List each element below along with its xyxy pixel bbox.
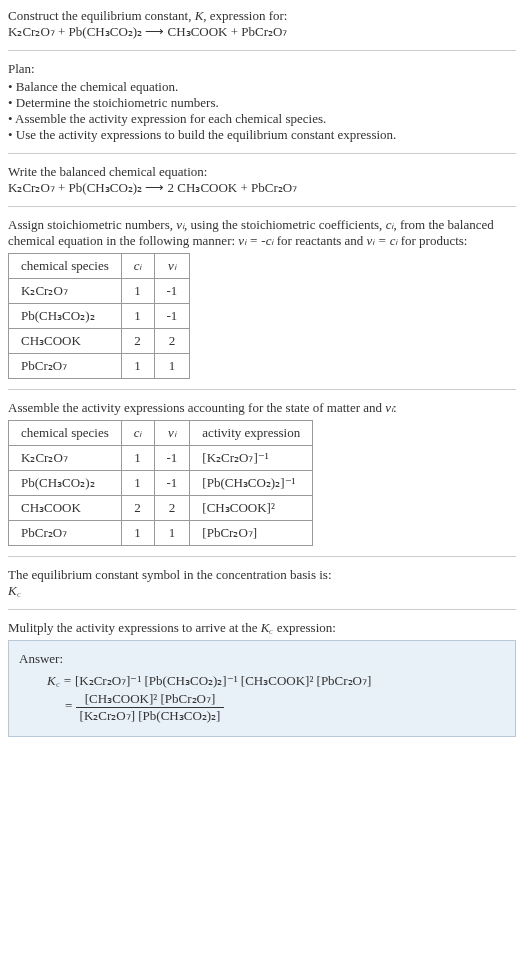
divider [8, 609, 516, 610]
divider [8, 206, 516, 207]
plan-item: Assemble the activity expression for eac… [8, 111, 516, 127]
kc-fraction: [CH₃COOK]² [PbCr₂O₇] [K₂Cr₂O₇] [Pb(CH₃CO… [76, 691, 225, 724]
stoich-section: Assign stoichiometric numbers, νᵢ, using… [8, 217, 516, 379]
balanced-reaction: K₂Cr₂O₇ + Pb(CH₃CO₂)₂ ⟶ 2 CH₃COOK + PbCr… [8, 180, 297, 195]
stoich-table: chemical species cᵢ νᵢ K₂Cr₂O₇ 1 -1 Pb(C… [8, 253, 190, 379]
plan-item: Determine the stoichiometric numbers. [8, 95, 516, 111]
activity-table: chemical species cᵢ νᵢ activity expressi… [8, 420, 313, 546]
final-section: Mulitply the activity expressions to arr… [8, 620, 516, 737]
divider [8, 389, 516, 390]
kc-symbol-intro: The equilibrium constant symbol in the c… [8, 567, 516, 583]
table-row: K₂Cr₂O₇ 1 -1 [K₂Cr₂O₇]⁻¹ [9, 446, 313, 471]
kc-symbol: K꜀ [8, 583, 21, 598]
fraction-denominator: [K₂Cr₂O₇] [Pb(CH₃CO₂)₂] [76, 708, 225, 724]
construct-text: Construct the equilibrium constant, [8, 8, 195, 23]
fraction-numerator: [CH₃COOK]² [PbCr₂O₇] [76, 691, 225, 708]
col-nu: νᵢ [154, 421, 190, 446]
balanced-intro: Write the balanced chemical equation: [8, 164, 516, 180]
divider [8, 50, 516, 51]
answer-label: Answer: [19, 651, 505, 667]
final-intro: Mulitply the activity expressions to arr… [8, 620, 516, 636]
col-species: chemical species [9, 254, 122, 279]
table-row: Pb(CH₃CO₂)₂ 1 -1 [Pb(CH₃CO₂)₂]⁻¹ [9, 471, 313, 496]
divider [8, 153, 516, 154]
unbalanced-reaction: K₂Cr₂O₇ + Pb(CH₃CO₂)₂ ⟶ CH₃COOK + PbCr₂O… [8, 24, 287, 39]
table-row: K₂Cr₂O₇ 1 -1 [9, 279, 190, 304]
col-nu: νᵢ [154, 254, 190, 279]
table-header-row: chemical species cᵢ νᵢ [9, 254, 190, 279]
kc-equation-line2: = [CH₃COOK]² [PbCr₂O₇] [K₂Cr₂O₇] [Pb(CH₃… [19, 691, 505, 724]
table-header-row: chemical species cᵢ νᵢ activity expressi… [9, 421, 313, 446]
col-species: chemical species [9, 421, 122, 446]
activity-intro: Assemble the activity expressions accoun… [8, 400, 516, 416]
plan-item: Balance the chemical equation. [8, 79, 516, 95]
answer-box: Answer: K꜀ = [K₂Cr₂O₇]⁻¹ [Pb(CH₃CO₂)₂]⁻¹… [8, 640, 516, 737]
col-c: cᵢ [121, 421, 154, 446]
header-section: Construct the equilibrium constant, K, e… [8, 8, 516, 40]
expression-for: , expression for: [203, 8, 287, 23]
col-c: cᵢ [121, 254, 154, 279]
table-row: PbCr₂O₇ 1 1 [PbCr₂O₇] [9, 521, 313, 546]
table-row: Pb(CH₃CO₂)₂ 1 -1 [9, 304, 190, 329]
col-activity: activity expression [190, 421, 313, 446]
plan-item: Use the activity expressions to build th… [8, 127, 516, 143]
plan-section: Plan: Balance the chemical equation. Det… [8, 61, 516, 143]
balanced-section: Write the balanced chemical equation: K₂… [8, 164, 516, 196]
kc-symbol-section: The equilibrium constant symbol in the c… [8, 567, 516, 599]
table-row: PbCr₂O₇ 1 1 [9, 354, 190, 379]
plan-list: Balance the chemical equation. Determine… [8, 79, 516, 143]
table-row: CH₃COOK 2 2 [CH₃COOK]² [9, 496, 313, 521]
activity-section: Assemble the activity expressions accoun… [8, 400, 516, 546]
table-row: CH₃COOK 2 2 [9, 329, 190, 354]
divider [8, 556, 516, 557]
plan-title: Plan: [8, 61, 516, 77]
stoich-intro: Assign stoichiometric numbers, νᵢ, using… [8, 217, 516, 249]
kc-equation-line1: K꜀ = [K₂Cr₂O₇]⁻¹ [Pb(CH₃CO₂)₂]⁻¹ [CH₃COO… [19, 673, 505, 689]
